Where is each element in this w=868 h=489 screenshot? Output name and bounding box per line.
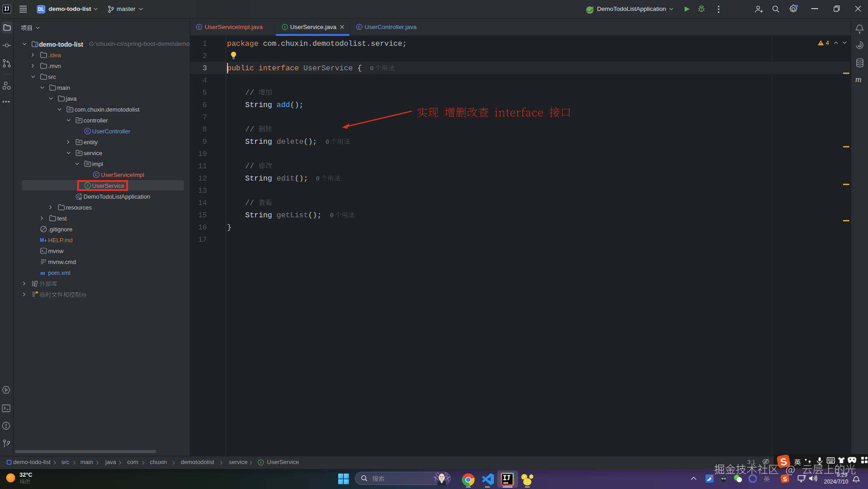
svg-text:C: C bbox=[95, 172, 98, 177]
svg-text:C: C bbox=[358, 25, 361, 29]
svg-text:C: C bbox=[86, 128, 89, 133]
svg-text:C: C bbox=[197, 25, 201, 29]
svg-text:M: M bbox=[40, 237, 44, 243]
svg-text:m: m bbox=[40, 269, 45, 276]
svg-text:I: I bbox=[260, 460, 261, 465]
svg-text:I: I bbox=[284, 25, 285, 29]
